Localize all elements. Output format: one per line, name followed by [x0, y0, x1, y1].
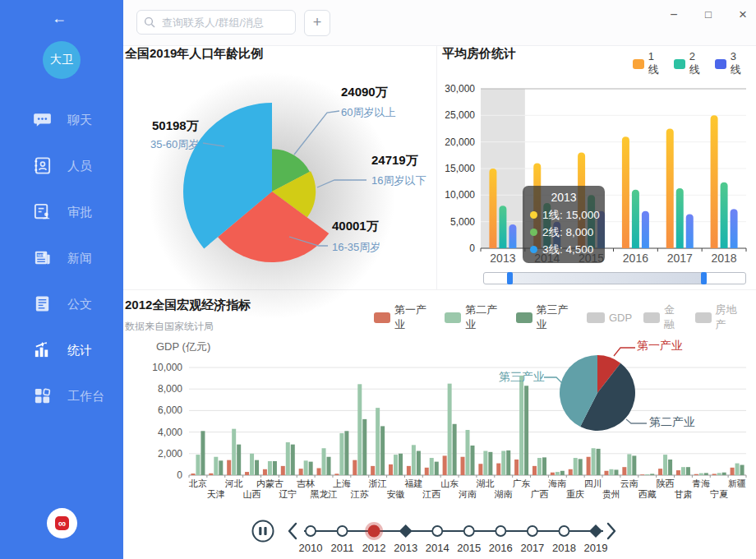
timeline-year-label[interactable]: 2015	[457, 542, 481, 554]
bar-第三产业-安徽[interactable]	[399, 454, 403, 475]
timeline-year-label[interactable]: 2013	[394, 542, 417, 554]
bar-第一产业-湖南[interactable]	[496, 464, 500, 475]
bar-第二产业-新疆[interactable]	[735, 464, 740, 475]
sidebar-item-docs[interactable]: 公文	[0, 281, 123, 327]
bar-1线-2017[interactable]	[666, 129, 674, 249]
bar-第一产业-吉林[interactable]	[299, 469, 303, 475]
bar-1线-2016[interactable]	[622, 136, 629, 248]
back-button[interactable]: ←	[52, 10, 67, 27]
sidebar-item-workbench[interactable]: 工作台	[0, 373, 123, 419]
timeline-year-label[interactable]: 2016	[489, 542, 513, 554]
bar-第二产业-青海[interactable]	[699, 474, 703, 475]
bar-第一产业-北京[interactable]	[191, 474, 195, 475]
bar-第二产业-山东[interactable]	[448, 384, 452, 475]
bar-第一产业-福建[interactable]	[407, 466, 411, 475]
bar-第二产业-天津[interactable]	[214, 457, 218, 475]
bar-第一产业-江苏[interactable]	[353, 460, 357, 475]
legend-item-GDP[interactable]: GDP	[587, 312, 632, 324]
bar-第二产业-内蒙古[interactable]	[268, 461, 272, 475]
bar-第一产业-河南[interactable]	[461, 457, 465, 475]
bar-第一产业-宁夏[interactable]	[712, 474, 717, 475]
datazoom-left-handle[interactable]	[507, 272, 513, 284]
bar-第二产业-吉林[interactable]	[304, 460, 308, 475]
bar-第一产业-四川[interactable]	[587, 457, 591, 475]
bar-第二产业-重庆[interactable]	[574, 458, 578, 475]
bar-第二产业-贵州[interactable]	[609, 469, 613, 475]
bar-第三产业-江苏[interactable]	[362, 419, 366, 475]
bar-第三产业-宁夏[interactable]	[722, 473, 726, 475]
bar-第二产业-浙江[interactable]	[376, 408, 380, 475]
bar-第三产业-河南[interactable]	[471, 446, 475, 475]
timeline-year-label[interactable]: 2011	[331, 542, 354, 554]
bar-第二产业-山西[interactable]	[250, 454, 254, 475]
bar-第三产业-陕西[interactable]	[668, 460, 672, 475]
bar-第一产业-广西[interactable]	[532, 466, 537, 475]
bar-第二产业-福建[interactable]	[412, 445, 416, 475]
timeline-node-2010[interactable]	[306, 526, 316, 536]
bar-第二产业-江西[interactable]	[430, 458, 434, 475]
bar-第二产业-四川[interactable]	[592, 448, 596, 475]
timeline-node-2017[interactable]	[528, 526, 537, 536]
bar-第一产业-上海[interactable]	[334, 474, 339, 475]
timeline-node-2011[interactable]	[338, 526, 348, 536]
bar-第一产业-西藏[interactable]	[640, 474, 644, 475]
bar-第二产业-海南[interactable]	[555, 472, 560, 475]
bar-第三产业-贵州[interactable]	[614, 469, 618, 475]
bar-第二产业-北京[interactable]	[196, 455, 200, 475]
bar-第一产业-重庆[interactable]	[569, 469, 573, 475]
bar-第二产业-湖北[interactable]	[483, 451, 487, 475]
bar-第三产业-海南[interactable]	[560, 471, 565, 475]
bar-第一产业-新疆[interactable]	[731, 468, 735, 475]
bar-第三产业-山东[interactable]	[453, 424, 457, 475]
bar-第三产业-黑龙江[interactable]	[327, 457, 331, 475]
bar-第三产业-浙江[interactable]	[380, 426, 385, 475]
bar-第二产业-河北[interactable]	[232, 429, 236, 475]
bar-第一产业-贵州[interactable]	[604, 471, 608, 475]
bar-第三产业-西藏[interactable]	[650, 474, 654, 475]
bar-第三产业-新疆[interactable]	[740, 465, 744, 475]
bar-2线-2016[interactable]	[632, 190, 639, 248]
bar-第二产业-辽宁[interactable]	[286, 442, 290, 475]
bar-第三产业-福建[interactable]	[417, 451, 421, 475]
bar-第一产业-天津[interactable]	[209, 474, 213, 475]
bar-第三产业-河北[interactable]	[237, 445, 241, 475]
bar-第三产业-广东[interactable]	[524, 386, 528, 475]
bar-第三产业-云南[interactable]	[632, 455, 636, 475]
bar-第二产业-黑龙江[interactable]	[322, 448, 326, 475]
bar-2线-2013[interactable]	[499, 206, 506, 248]
timeline-year-label[interactable]: 2012	[362, 542, 386, 554]
bar-第三产业-湖南[interactable]	[506, 450, 510, 475]
bar-第三产业-吉林[interactable]	[309, 462, 313, 475]
timeline-node-2018[interactable]	[559, 526, 569, 536]
bar-第三产业-辽宁[interactable]	[291, 445, 295, 475]
bar-2线-2017[interactable]	[676, 188, 684, 248]
bar-第二产业-云南[interactable]	[627, 454, 631, 475]
bar-第二产业-安徽[interactable]	[394, 455, 398, 475]
bar-第二产业-江苏[interactable]	[357, 384, 362, 475]
bar-第三产业-北京[interactable]	[201, 431, 205, 475]
timeline-year-label[interactable]: 2019	[584, 542, 608, 554]
bar-3线-2013[interactable]	[509, 224, 516, 248]
bar-第二产业-河南[interactable]	[466, 430, 470, 475]
bar-第二产业-上海[interactable]	[339, 433, 343, 475]
bar-第一产业-陕西[interactable]	[658, 469, 662, 475]
bar-1线-2018[interactable]	[711, 115, 718, 248]
bar-第三产业-青海[interactable]	[704, 473, 708, 475]
bar-第三产业-上海[interactable]	[344, 431, 348, 475]
bar-第三产业-山西[interactable]	[255, 460, 259, 475]
bar-第一产业-甘肃[interactable]	[676, 470, 680, 475]
bar-2线-2018[interactable]	[721, 182, 728, 248]
timeline-year-label[interactable]: 2018	[552, 542, 576, 554]
bar-第三产业-四川[interactable]	[597, 449, 601, 475]
bar-第三产业-天津[interactable]	[219, 460, 223, 475]
sidebar-item-news[interactable]: NEW新闻	[0, 235, 123, 281]
timeline-node-2015[interactable]	[464, 526, 474, 536]
bar-第三产业-重庆[interactable]	[579, 459, 583, 475]
bar-第一产业-山西[interactable]	[245, 472, 249, 475]
timeline-next-button[interactable]	[608, 524, 615, 538]
bar-第一产业-海南[interactable]	[551, 473, 555, 475]
timeline-node-2014[interactable]	[432, 526, 442, 536]
timeline-year-label[interactable]: 2010	[299, 542, 323, 554]
bar-第一产业-云南[interactable]	[622, 467, 626, 475]
timeline-node-2013[interactable]	[399, 524, 413, 538]
